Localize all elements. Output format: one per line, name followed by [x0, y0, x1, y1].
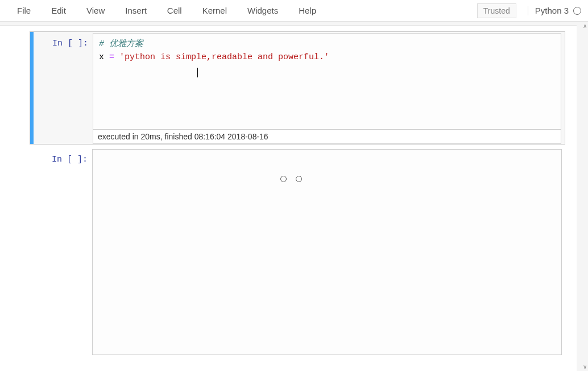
code-editor[interactable]: # 优雅方案 x = 'python is simple,readable an…: [93, 34, 561, 129]
trusted-badge[interactable]: Trusted: [477, 3, 516, 18]
kernel-name: Python 3: [535, 6, 569, 15]
menu-insert[interactable]: Insert: [115, 1, 157, 20]
menu-left: File Edit View Insert Cell Kernel Widget…: [7, 1, 326, 20]
menu-help[interactable]: Help: [288, 1, 326, 20]
code-cell-1[interactable]: In [ ]: # 优雅方案 x = 'python is simple,rea…: [30, 31, 565, 145]
menu-file[interactable]: File: [7, 1, 41, 20]
code-string: 'python is simple,readable and powerful.…: [119, 52, 329, 62]
menu-widgets[interactable]: Widgets: [237, 1, 288, 20]
kernel-indicator[interactable]: Python 3: [528, 6, 581, 15]
code-cell-2[interactable]: In [ ]:: [30, 149, 565, 355]
kernel-status-icon: [573, 7, 581, 15]
execution-status: executed in 20ms, finished 08:16:04 2018…: [93, 129, 561, 143]
notebook-container[interactable]: In [ ]: # 优雅方案 x = 'python is simple,rea…: [0, 22, 588, 371]
menu-kernel[interactable]: Kernel: [192, 1, 237, 20]
menu-view[interactable]: View: [76, 1, 115, 20]
menu-bar: File Edit View Insert Cell Kernel Widget…: [0, 0, 588, 22]
code-editor[interactable]: [93, 150, 561, 354]
input-area: [92, 149, 562, 355]
prompt-in: In [ ]:: [30, 149, 92, 355]
input-area: # 优雅方案 x = 'python is simple,readable an…: [93, 33, 561, 144]
code-operator: =: [109, 52, 114, 62]
code-var: x: [99, 52, 109, 62]
circle-icon: [296, 176, 302, 182]
scroll-down-icon[interactable]: ∨: [583, 364, 587, 370]
menu-edit[interactable]: Edit: [41, 1, 76, 20]
scroll-up-icon[interactable]: ∧: [583, 23, 587, 29]
code-comment: # 优雅方案: [99, 39, 143, 49]
menu-cell[interactable]: Cell: [157, 1, 192, 20]
decorative-dots: [280, 176, 302, 182]
circle-icon: [280, 176, 287, 182]
text-cursor-icon: [197, 68, 198, 77]
prompt-in: In [ ]:: [30, 33, 93, 144]
